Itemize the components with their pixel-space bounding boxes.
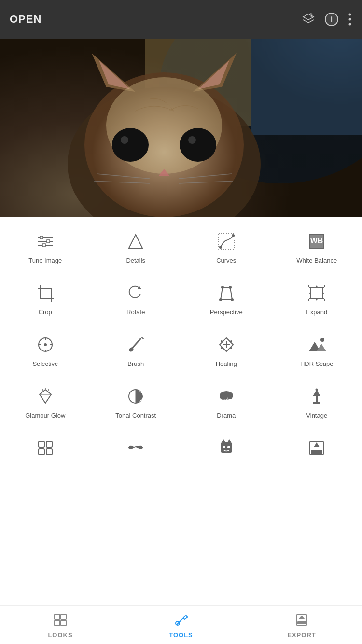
- tool-mustache[interactable]: [91, 429, 181, 472]
- svg-point-49: [229, 286, 232, 289]
- tool-hdr-scape[interactable]: HDR Scape: [272, 325, 362, 377]
- tool-tune-image[interactable]: Tune Image: [0, 222, 91, 274]
- svg-marker-63: [322, 292, 324, 294]
- mustache-icon: [125, 437, 146, 459]
- svg-point-20: [121, 136, 128, 144]
- tool-looks-extra[interactable]: [0, 429, 91, 472]
- healing-icon: [216, 334, 237, 355]
- export-photo-icon: [306, 437, 327, 459]
- looks-nav-label: LOOKS: [48, 631, 72, 639]
- svg-line-72: [142, 337, 143, 339]
- curves-icon: [216, 231, 237, 252]
- tool-curves[interactable]: Curves: [181, 222, 272, 274]
- tune-icon: [35, 231, 56, 252]
- expand-label: Expand: [306, 308, 327, 317]
- details-icon: [125, 231, 146, 252]
- perspective-label: Perspective: [210, 308, 243, 317]
- white-balance-label: White Balance: [296, 257, 337, 265]
- tools-area: Tune Image Details Curves: [0, 217, 362, 605]
- svg-point-78: [221, 347, 223, 349]
- svg-text:WB: WB: [310, 237, 323, 245]
- svg-marker-62: [309, 292, 311, 294]
- info-icon[interactable]: i: [324, 12, 339, 27]
- tool-perspective[interactable]: Perspective: [181, 274, 272, 325]
- hdr-scape-label: HDR Scape: [300, 360, 334, 368]
- tool-white-balance[interactable]: WB White Balance: [272, 222, 362, 274]
- layers-icon[interactable]: [301, 12, 316, 27]
- svg-rect-120: [297, 621, 306, 624]
- tool-tonal-contrast[interactable]: Tonal Contrast: [91, 377, 181, 429]
- vintage-icon: [306, 386, 327, 407]
- svg-rect-51: [311, 287, 322, 299]
- export-nav-label: EXPORT: [287, 631, 316, 639]
- header: OPEN i: [0, 0, 362, 39]
- svg-rect-101: [39, 441, 44, 447]
- hdr-icon: [306, 334, 327, 355]
- svg-point-48: [231, 298, 234, 301]
- svg-rect-31: [47, 240, 50, 243]
- looks-nav-icon: [52, 611, 69, 629]
- svg-point-5: [349, 23, 351, 26]
- tool-selective[interactable]: Selective: [0, 325, 91, 377]
- tool-vintage[interactable]: Vintage: [272, 377, 362, 429]
- nav-tools[interactable]: TOOLS: [121, 611, 241, 639]
- tool-healing[interactable]: Healing: [181, 325, 272, 377]
- svg-point-100: [316, 388, 318, 391]
- selective-label: Selective: [32, 360, 58, 368]
- svg-rect-30: [40, 236, 43, 239]
- tools-nav-label: TOOLS: [169, 631, 193, 639]
- svg-point-18: [112, 128, 149, 162]
- tool-snapseed[interactable]: [181, 429, 272, 472]
- svg-rect-115: [55, 620, 60, 626]
- tool-expand[interactable]: Expand: [272, 274, 362, 325]
- svg-marker-33: [129, 235, 142, 248]
- header-icons: i: [301, 12, 352, 27]
- tool-crop[interactable]: Crop: [0, 274, 91, 325]
- svg-point-79: [230, 347, 232, 349]
- tool-brush[interactable]: Brush: [91, 325, 181, 377]
- healing-label: Healing: [216, 360, 237, 368]
- tool-details[interactable]: Details: [91, 222, 181, 274]
- vintage-label: Vintage: [306, 412, 327, 420]
- svg-marker-119: [298, 616, 305, 619]
- tools-grid: Tune Image Details Curves: [0, 217, 362, 477]
- svg-rect-102: [46, 441, 52, 447]
- curves-label: Curves: [216, 257, 236, 265]
- cat-photo: [0, 39, 362, 217]
- svg-point-83: [320, 338, 324, 342]
- tool-export-extra[interactable]: [272, 429, 362, 472]
- svg-point-65: [44, 343, 47, 346]
- svg-point-76: [221, 340, 223, 342]
- image-area: [0, 39, 362, 217]
- svg-point-4: [349, 18, 351, 21]
- svg-point-35: [219, 246, 222, 249]
- expand-icon: [306, 282, 327, 304]
- svg-rect-116: [61, 620, 66, 626]
- selective-icon: [35, 334, 56, 355]
- svg-rect-103: [39, 449, 44, 455]
- svg-marker-84: [40, 390, 51, 403]
- tune-image-label: Tune Image: [28, 257, 62, 265]
- crop-label: Crop: [39, 308, 52, 317]
- snapseed-icon: [216, 437, 237, 459]
- tonal-icon: [125, 386, 146, 407]
- export-nav-icon: [293, 611, 310, 629]
- brush-label: Brush: [127, 360, 144, 368]
- open-button[interactable]: OPEN: [10, 13, 42, 26]
- rotate-icon: [125, 282, 146, 304]
- svg-marker-111: [314, 442, 320, 447]
- tool-rotate[interactable]: Rotate: [91, 274, 181, 325]
- svg-point-95: [227, 393, 233, 399]
- svg-point-109: [227, 446, 230, 448]
- svg-point-47: [219, 298, 222, 301]
- tool-drama[interactable]: Drama: [181, 377, 272, 429]
- svg-rect-40: [41, 288, 51, 299]
- nav-export[interactable]: EXPORT: [241, 611, 362, 639]
- tool-glamour-glow[interactable]: Glamour Glow: [0, 377, 91, 429]
- svg-marker-61: [315, 298, 318, 301]
- nav-looks[interactable]: LOOKS: [0, 611, 121, 639]
- svg-text:i: i: [331, 15, 333, 23]
- more-icon[interactable]: [348, 13, 352, 26]
- details-label: Details: [126, 257, 145, 265]
- svg-rect-114: [61, 614, 66, 619]
